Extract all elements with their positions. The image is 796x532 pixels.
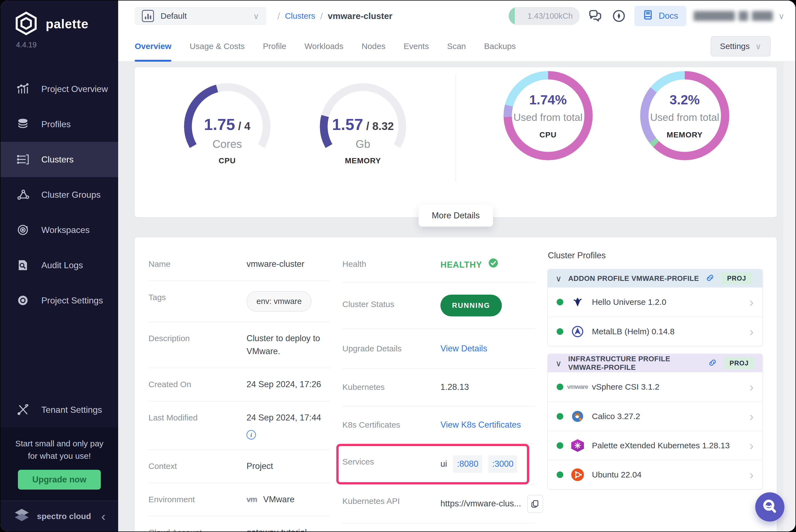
detail-row-services: Services ui :8080 :3000 [342, 444, 535, 485]
detail-row-kubernetes-api: Kubernetes API https://vmware-clus... [342, 485, 535, 524]
profile-item-hello-universe[interactable]: Hello Universe 1.2.0 › [548, 287, 762, 317]
upgrade-promo: Start small and only pay for what you us… [1, 428, 118, 500]
brand-name: palette [46, 17, 89, 32]
usage-quota-pill: 1.43/100kCh [509, 7, 580, 25]
sidebar-item-label: Workspaces [41, 225, 90, 235]
sidebar-item-workspaces[interactable]: Workspaces [1, 212, 118, 248]
breadcrumb-current: vmware-cluster [328, 11, 393, 21]
sidebar-item-audit-logs[interactable]: Audit Logs [1, 248, 118, 283]
link-icon[interactable] [706, 273, 715, 283]
detail-label: K8s Certificates [342, 419, 440, 430]
collapse-sidebar-icon[interactable]: ‹ [101, 510, 106, 522]
profile-item-vsphere-csi[interactable]: vmware vSphere CSI 3.1.2 › [548, 372, 762, 401]
memory-donut-label: MEMORY [666, 131, 703, 139]
memory-donut-caption: Used from total [650, 112, 719, 124]
tab-workloads[interactable]: Workloads [305, 32, 343, 61]
view-k8s-certificates-link[interactable]: View K8s Certificates [440, 419, 521, 432]
sidebar-item-project-overview[interactable]: Project Overview [1, 71, 118, 107]
profile-item-calico[interactable]: Calico 3.27.2 › [548, 401, 762, 431]
profile-item-name: Palette eXtended Kubernetes 1.28.13 [592, 441, 742, 450]
sidebar-item-label: Profiles [41, 119, 71, 129]
app-window: palette 4.4.19 Project Overview Profiles [1, 1, 795, 531]
profile-item-palette-extended-kubernetes[interactable]: ✳ Palette eXtended Kubernetes 1.28.13 › [548, 431, 762, 460]
detail-row-cloud-account: Cloud Account gateway-tutorial [149, 516, 330, 531]
memory-unit: Gb [309, 138, 417, 150]
detail-row-upgrade-details: Upgrade Details View Details [342, 329, 535, 369]
promo-text-line1: Start small and only pay [11, 437, 108, 450]
view-details-link[interactable]: View Details [440, 342, 487, 355]
chevron-down-icon: ∨ [778, 11, 784, 21]
more-details-button[interactable]: More Details [419, 205, 493, 227]
sidebar-item-clusters[interactable]: Clusters [1, 142, 118, 177]
memory-donut-value: 3.2% [669, 92, 700, 108]
footer-brand: spectro cloud [37, 512, 91, 521]
cpu-donut-value: 1.74% [529, 92, 567, 108]
details-column-left: Name vmware-cluster Tags env: vmware Des… [149, 248, 330, 531]
palette-logo-icon [14, 12, 38, 36]
settings-label: Settings [720, 42, 750, 51]
tab-scan[interactable]: Scan [447, 32, 466, 61]
addon-profile-group: ∨ ADDON PROFILE VMWARE-PROFILE PROJ Hell… [547, 269, 763, 346]
chevron-right-icon: › [750, 439, 754, 452]
cpu-total-value: 4 [244, 120, 250, 132]
chart-icon [16, 82, 30, 96]
cluster-profiles-title: Cluster Profiles [548, 251, 763, 261]
user-menu[interactable]: ∨ [694, 11, 784, 21]
calico-icon [571, 410, 584, 423]
search-fab-button[interactable] [755, 492, 784, 521]
detail-label: Tags [149, 291, 247, 302]
memory-gauge: 1.57 / 8.32 Gb MEMORY [320, 83, 406, 217]
tab-usage-costs[interactable]: Usage & Costs [189, 32, 245, 61]
service-port-link-3000[interactable]: :3000 [488, 455, 517, 473]
sidebar-item-cluster-groups[interactable]: Cluster Groups [1, 177, 118, 212]
pxk-icon: ✳ [571, 439, 584, 452]
profile-item-name: Hello Universe 1.2.0 [592, 298, 742, 307]
details-column-middle: Health HEALTHY Cluster Status RUNNING Up… [342, 248, 535, 531]
memory-total-value: 8.32 [373, 120, 394, 132]
sidebar-item-project-settings[interactable]: Project Settings [1, 283, 118, 318]
link-icon[interactable] [708, 358, 717, 368]
donuts-panel: 1.74% Used from total CPU 3.2% Used from… [456, 67, 777, 217]
vmware-icon: vmware [571, 380, 584, 394]
sidebar-footer: spectro cloud ‹ [1, 500, 118, 531]
project-selector[interactable]: Default ∨ [135, 7, 266, 25]
breadcrumb-clusters-link[interactable]: Clusters [285, 11, 315, 21]
cpu-sep: / [235, 120, 244, 132]
upgrade-now-button[interactable]: Upgrade now [18, 470, 100, 490]
detail-value: gateway-tutorial [247, 526, 330, 531]
scrollbar-gutter[interactable] [783, 62, 795, 531]
profile-item-ubuntu[interactable]: Ubuntu 22.04 › [548, 460, 762, 489]
service-port-link-8080[interactable]: :8080 [453, 455, 482, 473]
detail-value: 24 Sep 2024, 17:44 [247, 412, 321, 424]
tab-events[interactable]: Events [403, 32, 429, 61]
detail-label: Kubernetes [342, 381, 440, 392]
sidebar: palette 4.4.19 Project Overview Profiles [1, 1, 118, 531]
sidebar-item-label: Clusters [41, 154, 74, 165]
sidebar-item-tenant-settings[interactable]: Tenant Settings [1, 392, 118, 428]
settings-button[interactable]: Settings ∨ [710, 36, 771, 56]
tab-profile[interactable]: Profile [263, 32, 286, 61]
docs-button[interactable]: Docs [634, 6, 686, 26]
kubernetes-api-url: https://vmware-clus... [440, 497, 521, 510]
infrastructure-profile-group: ∨ INFRASTRUCTURE PROFILE VMWARE-PROFILE … [547, 354, 763, 490]
sidebar-item-label: Tenant Settings [41, 405, 102, 415]
profile-item-metallb[interactable]: MetalLB (Helm) 0.14.8 › [548, 317, 762, 346]
compass-icon[interactable] [611, 8, 627, 24]
sidebar-item-label: Audit Logs [41, 260, 83, 270]
sidebar-item-label: Project Settings [41, 296, 103, 306]
main-content: 1.75 / 4 Cores CPU 1.57 / 8.32 Gb M [118, 62, 795, 531]
tab-backups[interactable]: Backups [484, 32, 516, 61]
cpu-donut: 1.74% Used from total CPU [504, 71, 593, 217]
detail-row-k8s-certificates: K8s Certificates View K8s Certificates [342, 406, 535, 444]
footer-brand-text: spectro cloud [37, 512, 91, 521]
chat-icon[interactable] [587, 8, 604, 24]
infrastructure-profile-header[interactable]: ∨ INFRASTRUCTURE PROFILE VMWARE-PROFILE … [548, 354, 762, 372]
addon-profile-header[interactable]: ∨ ADDON PROFILE VMWARE-PROFILE PROJ [548, 269, 762, 287]
copy-icon[interactable] [527, 495, 543, 513]
sidebar-item-profiles[interactable]: Profiles [1, 107, 118, 142]
detail-label: Cloud Account [149, 526, 247, 531]
tab-nodes[interactable]: Nodes [362, 32, 385, 61]
info-icon[interactable]: i [247, 430, 256, 439]
status-badge: RUNNING [440, 294, 502, 317]
tab-overview[interactable]: Overview [135, 32, 171, 61]
